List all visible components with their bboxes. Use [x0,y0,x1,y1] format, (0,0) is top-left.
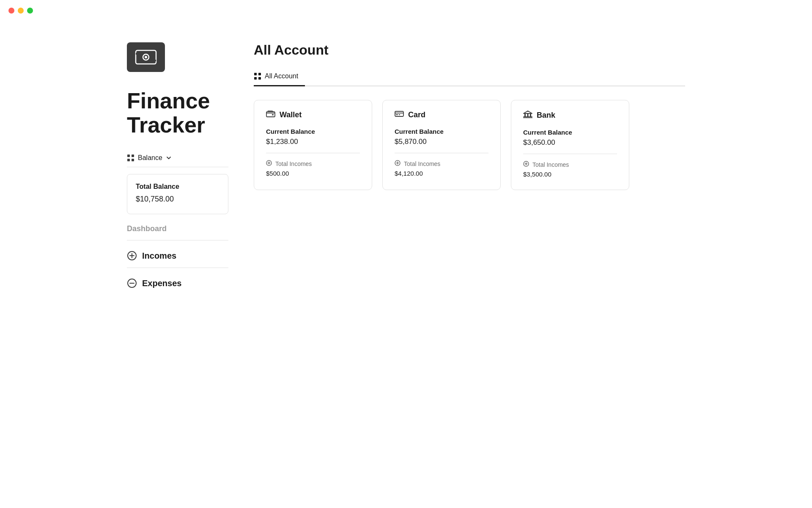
svg-marker-30 [524,111,532,113]
svg-rect-31 [524,113,526,116]
section-title: All Account [254,42,685,58]
sidebar: Finance Tracker Balance Total Balance $1… [110,25,245,312]
svg-rect-17 [258,77,261,80]
wallet-card-header: Wallet [266,110,360,119]
svg-rect-14 [254,73,257,75]
card-balance-value: $5,870.00 [395,138,488,146]
svg-point-2 [145,56,147,58]
svg-rect-18 [266,112,275,117]
tabs-bar: All Account [254,68,685,86]
balance-card-label: Total Balance [136,183,219,190]
wallet-incomes-icon [266,160,272,167]
maximize-button[interactable] [27,8,33,14]
svg-rect-16 [254,77,257,80]
bank-card-header: Bank [523,110,617,120]
wallet-card-divider [266,153,360,153]
account-card-bank: Bank Current Balance $3,650.00 Total Inc… [511,100,629,190]
bank-card-divider [523,154,617,154]
tab-all-account[interactable]: All Account [254,68,305,86]
nav-item-incomes-label: Incomes [142,251,176,261]
svg-rect-23 [395,111,403,116]
wallet-incomes-label: Total Incomes [275,160,312,167]
bank-balance-value: $3,650.00 [523,138,617,147]
bank-incomes-label: Total Incomes [532,161,569,168]
view-selector-label: Balance [138,154,162,162]
bank-incomes-value: $3,500.00 [523,171,617,178]
svg-rect-3 [136,53,138,55]
close-button[interactable] [8,8,14,14]
bank-icon [523,110,532,120]
account-card-card: Card Current Balance $5,870.00 Total Inc… [382,100,501,190]
money-icon [135,50,157,65]
page-icon [127,42,165,72]
card-incomes-stat: Total Incomes [395,160,488,167]
card-incomes-icon [395,160,401,167]
tab-all-account-label: All Account [265,72,298,80]
sidebar-divider-3 [127,268,228,268]
page-title: Finance Tracker [127,89,228,137]
wallet-balance-label: Current Balance [266,128,360,135]
dashboard-heading: Dashboard [127,224,228,233]
bank-incomes-stat: Total Incomes [523,161,617,168]
wallet-incomes-stat: Total Incomes [266,160,360,167]
svg-rect-26 [399,114,400,115]
bank-balance-label: Current Balance [523,129,617,136]
sidebar-divider-2 [127,240,228,240]
card-balance-label: Current Balance [395,128,488,135]
card-card-name: Card [408,110,425,119]
traffic-lights [8,8,33,14]
nav-item-expenses-label: Expenses [142,279,181,288]
account-card-wallet: Wallet Current Balance $1,238.00 Total I… [254,100,372,190]
svg-rect-6 [132,155,134,157]
nav-item-incomes[interactable]: Incomes [127,247,228,264]
minimize-button[interactable] [18,8,24,14]
svg-rect-5 [127,155,130,157]
card-incomes-value: $4,120.00 [395,170,488,177]
svg-rect-33 [530,113,531,116]
card-card-header: Card [395,110,488,119]
wallet-icon [266,110,275,119]
chevron-down-icon [166,155,172,161]
grid-icon [127,154,134,162]
svg-rect-32 [527,113,529,116]
svg-rect-19 [272,114,274,116]
main-content: All Account All Account [245,25,702,312]
wallet-incomes-value: $500.00 [266,170,360,177]
bank-card-name: Bank [537,111,555,120]
wallet-card-name: Wallet [280,110,302,119]
wallet-balance-value: $1,238.00 [266,138,360,146]
balance-card-value: $10,758.00 [136,195,219,204]
plus-circle-icon [127,251,137,261]
view-selector[interactable]: Balance [127,154,228,162]
balance-card: Total Balance $10,758.00 [127,174,228,214]
accounts-grid: Wallet Current Balance $1,238.00 Total I… [254,100,685,190]
card-card-divider [395,153,488,153]
app-container: Finance Tracker Balance Total Balance $1… [110,0,702,312]
credit-card-icon [395,110,404,119]
svg-rect-7 [127,159,130,161]
minus-circle-icon [127,278,137,288]
svg-rect-4 [154,60,156,61]
svg-rect-8 [132,159,134,161]
svg-rect-25 [396,114,398,115]
sidebar-divider-1 [127,167,228,167]
bank-incomes-icon [523,161,529,168]
svg-rect-15 [258,73,261,75]
card-incomes-label: Total Incomes [404,160,440,167]
nav-item-expenses[interactable]: Expenses [127,275,228,292]
tab-grid-icon [254,72,261,80]
